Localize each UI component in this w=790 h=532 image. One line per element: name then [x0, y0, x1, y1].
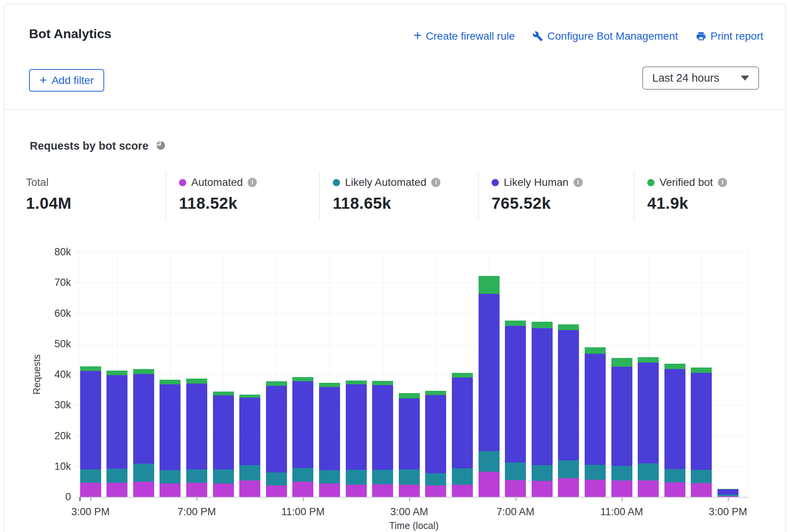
bar-segment-verified-bot[interactable] — [479, 276, 500, 294]
bar-segment-likely-human[interactable] — [611, 367, 632, 466]
bar-segment-likely-human[interactable] — [346, 384, 367, 470]
bar-segment-verified-bot[interactable] — [717, 489, 738, 489]
bar-segment-likely-human[interactable] — [160, 384, 181, 470]
bar-segment-automated[interactable] — [239, 480, 260, 497]
bar-segment-likely-automated[interactable] — [611, 466, 632, 480]
bar-segment-likely-automated[interactable] — [585, 465, 606, 480]
bar-segment-likely-automated[interactable] — [292, 468, 313, 482]
bar-segment-verified-bot[interactable] — [239, 395, 260, 398]
bar-segment-verified-bot[interactable] — [425, 391, 446, 395]
bar-segment-automated[interactable] — [213, 484, 234, 497]
bar-segment-automated[interactable] — [266, 485, 287, 497]
bar-segment-likely-automated[interactable] — [452, 468, 473, 485]
bar-segment-likely-automated[interactable] — [133, 464, 154, 482]
bar-segment-likely-automated[interactable] — [213, 469, 234, 484]
bar-segment-likely-human[interactable] — [239, 398, 260, 465]
bar-segment-likely-automated[interactable] — [505, 463, 526, 480]
bar-segment-likely-human[interactable] — [425, 395, 446, 473]
bar-segment-verified-bot[interactable] — [638, 357, 659, 363]
bar-segment-verified-bot[interactable] — [505, 321, 526, 326]
bar-segment-automated[interactable] — [585, 480, 606, 497]
bar-segment-likely-human[interactable] — [80, 371, 101, 469]
bar-segment-verified-bot[interactable] — [292, 377, 313, 381]
bar-segment-verified-bot[interactable] — [80, 366, 101, 371]
bar-segment-verified-bot[interactable] — [186, 379, 207, 384]
bar-segment-verified-bot[interactable] — [213, 392, 234, 395]
bar-segment-automated[interactable] — [691, 483, 712, 497]
bar-segment-likely-human[interactable] — [213, 395, 234, 469]
bar-segment-likely-human[interactable] — [372, 385, 393, 469]
bar-segment-automated[interactable] — [479, 472, 500, 497]
bar-segment-likely-automated[interactable] — [691, 470, 712, 483]
bar-segment-likely-human[interactable] — [133, 374, 154, 463]
bar-segment-likely-automated[interactable] — [399, 469, 420, 485]
bar-segment-likely-automated[interactable] — [558, 460, 579, 478]
bar-segment-likely-automated[interactable] — [319, 470, 340, 484]
bar-segment-likely-human[interactable] — [292, 381, 313, 468]
bar-segment-automated[interactable] — [319, 484, 340, 497]
bar-segment-likely-human[interactable] — [399, 398, 420, 469]
bar-segment-automated[interactable] — [372, 484, 393, 497]
bar-segment-likely-automated[interactable] — [425, 473, 446, 485]
bar-segment-likely-automated[interactable] — [532, 465, 553, 481]
bar-segment-likely-human[interactable] — [186, 384, 207, 469]
bar-segment-automated[interactable] — [532, 481, 553, 497]
bar-segment-likely-human[interactable] — [638, 363, 659, 463]
bar-segment-automated[interactable] — [160, 484, 181, 497]
bar-segment-automated[interactable] — [452, 485, 473, 497]
bar-segment-likely-automated[interactable] — [239, 465, 260, 481]
bar-segment-automated[interactable] — [717, 496, 738, 497]
bar-segment-likely-automated[interactable] — [106, 469, 127, 483]
bar-segment-likely-human[interactable] — [479, 294, 500, 451]
bar-segment-likely-automated[interactable] — [160, 470, 181, 484]
bar-segment-verified-bot[interactable] — [452, 373, 473, 377]
bar-segment-automated[interactable] — [346, 485, 367, 497]
bar-segment-likely-human[interactable] — [106, 375, 127, 469]
bar-segment-likely-human[interactable] — [691, 373, 712, 470]
bar-segment-verified-bot[interactable] — [585, 347, 606, 354]
bar-segment-automated[interactable] — [133, 482, 154, 497]
bar-segment-likely-automated[interactable] — [638, 463, 659, 480]
bar-segment-likely-human[interactable] — [452, 377, 473, 468]
bar-segment-verified-bot[interactable] — [266, 381, 287, 385]
bar-segment-likely-human[interactable] — [558, 330, 579, 460]
bar-segment-likely-human[interactable] — [505, 326, 526, 463]
bar-segment-verified-bot[interactable] — [346, 380, 367, 384]
bar-segment-automated[interactable] — [399, 485, 420, 497]
bar-segment-likely-human[interactable] — [717, 489, 738, 495]
bar-segment-automated[interactable] — [505, 480, 526, 497]
bar-segment-automated[interactable] — [80, 483, 101, 497]
bar-segment-verified-bot[interactable] — [611, 358, 632, 367]
bar-segment-automated[interactable] — [558, 478, 579, 497]
bar-segment-likely-automated[interactable] — [266, 472, 287, 486]
bar-segment-automated[interactable] — [638, 480, 659, 497]
bar-segment-likely-human[interactable] — [266, 386, 287, 472]
bar-segment-verified-bot[interactable] — [372, 381, 393, 385]
bar-segment-verified-bot[interactable] — [133, 369, 154, 374]
bar-segment-likely-automated[interactable] — [186, 469, 207, 483]
bar-segment-likely-automated[interactable] — [664, 469, 685, 482]
bar-segment-likely-automated[interactable] — [479, 451, 500, 472]
bar-segment-verified-bot[interactable] — [319, 383, 340, 387]
bar-segment-likely-automated[interactable] — [372, 470, 393, 485]
bar-segment-automated[interactable] — [425, 485, 446, 497]
bar-segment-verified-bot[interactable] — [532, 322, 553, 328]
bar-segment-likely-automated[interactable] — [346, 470, 367, 485]
bar-segment-automated[interactable] — [292, 482, 313, 497]
bar-segment-verified-bot[interactable] — [664, 364, 685, 369]
bar-segment-verified-bot[interactable] — [106, 371, 127, 376]
bar-segment-automated[interactable] — [664, 482, 685, 497]
bar-segment-likely-human[interactable] — [532, 328, 553, 465]
bar-segment-verified-bot[interactable] — [691, 368, 712, 373]
bar-segment-automated[interactable] — [611, 480, 632, 497]
bar-segment-likely-human[interactable] — [664, 369, 685, 469]
bar-segment-automated[interactable] — [106, 483, 127, 497]
bar-segment-likely-human[interactable] — [585, 354, 606, 465]
bar-segment-verified-bot[interactable] — [558, 324, 579, 330]
bar-segment-likely-automated[interactable] — [80, 469, 101, 483]
bar-segment-likely-automated[interactable] — [717, 495, 738, 496]
bar-segment-likely-human[interactable] — [319, 387, 340, 470]
bar-segment-automated[interactable] — [186, 483, 207, 497]
bar-segment-verified-bot[interactable] — [160, 380, 181, 385]
bar-segment-verified-bot[interactable] — [399, 393, 420, 398]
